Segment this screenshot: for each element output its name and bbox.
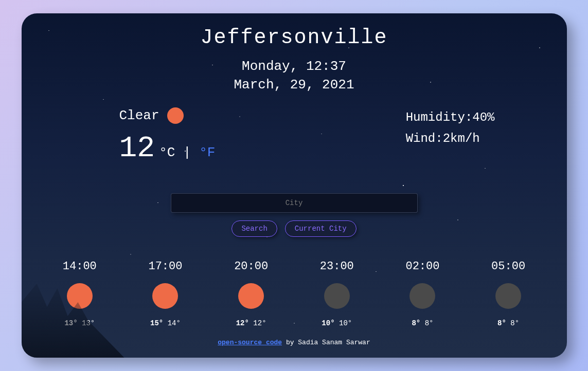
- forecast-temps: 15° 14°: [150, 319, 181, 327]
- forecast-item: 05:00 8° 8°: [491, 260, 525, 327]
- date-time: Monday, 12:37 March, 29, 2021: [37, 57, 551, 95]
- current-city-button[interactable]: Current City: [285, 220, 357, 237]
- button-row: Search Current City: [231, 220, 356, 237]
- clear-day-icon: [152, 283, 178, 309]
- day-time: Monday, 12:37: [37, 57, 551, 76]
- clear-night-icon: [495, 283, 521, 309]
- city-input[interactable]: [171, 193, 418, 213]
- clear-night-icon: [324, 283, 350, 309]
- open-source-link[interactable]: open-source code: [218, 339, 282, 346]
- condition-text: Clear: [119, 108, 159, 123]
- current-weather-section: Clear 12 °C | °F Humidity:40% Wind:2km/h: [37, 107, 551, 165]
- forecast-item: 02:00 8° 8°: [405, 260, 439, 327]
- forecast-time: 17:00: [148, 260, 182, 273]
- forecast-time: 14:00: [63, 260, 97, 273]
- forecast-time: 02:00: [405, 260, 439, 273]
- forecast-time: 20:00: [234, 260, 268, 273]
- clear-day-icon: [238, 283, 264, 309]
- humidity-value: 40%: [472, 110, 494, 124]
- humidity-label: Humidity:: [406, 110, 473, 124]
- temperature-row: 12 °C | °F: [119, 132, 216, 165]
- wind-label: Wind:: [406, 132, 443, 145]
- footer-author: by Sadia Sanam Sarwar: [282, 339, 370, 346]
- wind-value: 2km/h: [443, 132, 480, 145]
- search-button[interactable]: Search: [231, 220, 277, 237]
- clear-day-icon: [167, 107, 184, 124]
- forecast-section: 14:00 13° 13° 17:00 15° 14° 20:00 12° 12…: [37, 260, 551, 327]
- forecast-time: 05:00: [491, 260, 525, 273]
- celsius-link[interactable]: °C: [159, 145, 175, 160]
- clear-day-icon: [67, 283, 93, 309]
- unit-divider: |: [175, 145, 199, 160]
- fahrenheit-link[interactable]: °F: [199, 145, 215, 160]
- forecast-item: 23:00 10° 10°: [320, 260, 354, 327]
- humidity-row: Humidity:40%: [406, 107, 495, 128]
- current-left: Clear 12 °C | °F: [119, 107, 216, 165]
- clear-night-icon: [409, 283, 435, 309]
- forecast-time: 23:00: [320, 260, 354, 273]
- forecast-item: 20:00 12° 12°: [234, 260, 268, 327]
- current-right: Humidity:40% Wind:2km/h: [406, 107, 495, 165]
- wind-row: Wind:2km/h: [406, 128, 495, 150]
- temperature-value: 12: [119, 132, 155, 165]
- footer: open-source code by Sadia Sanam Sarwar: [37, 339, 551, 346]
- forecast-temps: 8° 8°: [412, 319, 433, 327]
- search-section: Search Current City: [37, 193, 551, 237]
- forecast-item: 17:00 15° 14°: [148, 260, 182, 327]
- forecast-temps: 10° 10°: [322, 319, 352, 327]
- city-title: Jeffersonville: [37, 26, 551, 49]
- forecast-temps: 8° 8°: [497, 319, 519, 327]
- condition-row: Clear: [119, 107, 216, 124]
- forecast-temps: 13° 13°: [64, 319, 95, 327]
- forecast-item: 14:00 13° 13°: [63, 260, 97, 327]
- weather-card: Jeffersonville Monday, 12:37 March, 29, …: [22, 13, 567, 358]
- forecast-temps: 12° 12°: [236, 319, 266, 327]
- date: March, 29, 2021: [37, 76, 551, 94]
